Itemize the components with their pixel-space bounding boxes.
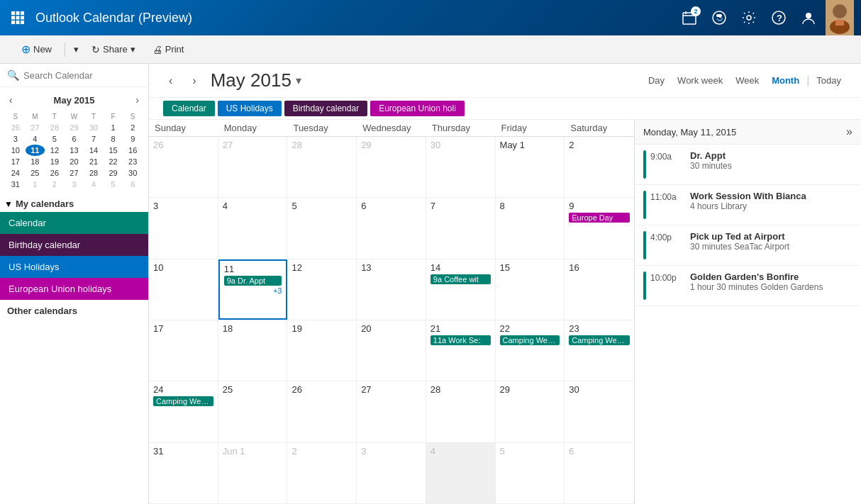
- mini-cal-day[interactable]: 27: [26, 122, 45, 133]
- mini-cal-day[interactable]: 19: [45, 156, 65, 167]
- mini-cal-day[interactable]: 6: [65, 133, 84, 145]
- mini-cal-day[interactable]: 30: [84, 122, 104, 133]
- mini-cal-day[interactable]: 9: [123, 133, 143, 145]
- mini-cal-day[interactable]: 23: [123, 156, 143, 167]
- cal-cell[interactable]: 13: [357, 259, 426, 320]
- cal-dropdown-icon[interactable]: ▾: [296, 74, 301, 87]
- settings-icon[interactable]: [736, 5, 762, 30]
- cal-next-button[interactable]: ›: [187, 72, 201, 90]
- mini-cal-next[interactable]: ›: [132, 93, 143, 107]
- cal-cell[interactable]: 25: [218, 381, 288, 442]
- new-dropdown-button[interactable]: ▾: [71, 41, 82, 57]
- mini-cal-day[interactable]: 13: [65, 145, 84, 156]
- cal-cell[interactable]: 2111a Work Se:: [426, 320, 496, 381]
- mini-cal-day[interactable]: 24: [6, 167, 26, 179]
- legend-item[interactable]: Calendar: [163, 101, 215, 116]
- mini-cal-day[interactable]: 14: [84, 145, 104, 156]
- cal-cell[interactable]: 20: [357, 320, 426, 381]
- mini-cal-day[interactable]: 29: [65, 122, 84, 133]
- app-grid-icon[interactable]: [7, 7, 28, 28]
- mini-cal-day[interactable]: 16: [123, 145, 143, 156]
- mini-cal-day[interactable]: 30: [123, 167, 143, 179]
- cal-cell[interactable]: 26: [287, 381, 357, 442]
- legend-item[interactable]: US Holidays: [218, 101, 282, 116]
- cal-event[interactable]: Camping Weekend: [569, 335, 630, 345]
- mini-cal-day[interactable]: 22: [104, 156, 123, 167]
- mini-cal-day[interactable]: 1: [26, 179, 45, 190]
- cal-cell[interactable]: May 1: [496, 137, 565, 197]
- cal-cell[interactable]: 5: [496, 443, 565, 503]
- cal-cell[interactable]: 19: [287, 320, 357, 381]
- mini-cal-day[interactable]: 26: [6, 122, 26, 133]
- cal-cell[interactable]: 4: [426, 443, 496, 503]
- mini-cal-day[interactable]: 5: [45, 133, 65, 145]
- cal-prev-button[interactable]: ‹: [163, 72, 178, 90]
- cal-event[interactable]: 9a Dr. Appt: [224, 276, 282, 286]
- cal-cell[interactable]: 10: [149, 259, 218, 320]
- cal-cell[interactable]: 8: [496, 198, 565, 258]
- cal-cell[interactable]: Jun 1: [218, 443, 288, 503]
- mini-cal-day[interactable]: 28: [84, 167, 104, 179]
- sidebar-calendar-item[interactable]: Calendar: [0, 212, 148, 234]
- event-more[interactable]: +3: [224, 286, 282, 295]
- cal-event[interactable]: 11a Work Se:: [430, 335, 491, 345]
- calendar-nav-icon[interactable]: 2: [677, 5, 702, 30]
- view-month-button[interactable]: Month: [766, 72, 805, 89]
- today-button[interactable]: Today: [811, 72, 847, 89]
- cal-cell[interactable]: 28: [426, 381, 496, 442]
- mini-cal-day[interactable]: 28: [45, 122, 65, 133]
- panel-event[interactable]: 11:00a Work Session With Bianca 4 hours …: [635, 185, 861, 225]
- cal-cell[interactable]: 23Camping Weekend: [565, 320, 634, 381]
- view-workweek-button[interactable]: Work week: [672, 72, 728, 89]
- cal-event[interactable]: Europe Day: [569, 213, 630, 223]
- panel-event[interactable]: 9:00a Dr. Appt 30 minutes: [635, 145, 861, 185]
- mini-cal-day[interactable]: 3: [65, 179, 84, 190]
- cal-cell[interactable]: 30: [565, 381, 634, 442]
- cal-cell[interactable]: 29: [496, 381, 565, 442]
- cal-cell[interactable]: 28: [287, 137, 357, 197]
- mini-cal-day[interactable]: 12: [45, 145, 65, 156]
- new-button[interactable]: ⊕ New: [14, 40, 59, 59]
- mini-cal-day[interactable]: 4: [84, 179, 104, 190]
- search-input[interactable]: [23, 70, 141, 81]
- cal-cell[interactable]: 16: [565, 259, 634, 320]
- mini-cal-day[interactable]: 31: [6, 179, 26, 190]
- cal-cell[interactable]: 22Camping Weekend: [496, 320, 565, 381]
- cal-cell[interactable]: 2: [565, 137, 634, 197]
- help-icon[interactable]: ?: [766, 5, 791, 30]
- skype-icon[interactable]: [706, 5, 732, 30]
- cal-event[interactable]: 9a Coffee wit: [430, 274, 491, 284]
- cal-cell[interactable]: 3: [357, 443, 426, 503]
- mini-cal-day[interactable]: 20: [65, 156, 84, 167]
- legend-item[interactable]: European Union holi: [370, 101, 465, 116]
- mini-cal-day[interactable]: 11: [26, 145, 45, 156]
- mini-cal-day[interactable]: 3: [6, 133, 26, 145]
- panel-event[interactable]: 4:00p Pick up Ted at Airport 30 minutes …: [635, 225, 861, 266]
- cal-cell[interactable]: 4: [218, 198, 288, 258]
- mini-cal-day[interactable]: 25: [26, 167, 45, 179]
- mini-cal-day[interactable]: 2: [123, 122, 143, 133]
- mini-cal-day[interactable]: 4: [26, 133, 45, 145]
- mini-cal-day[interactable]: 5: [104, 179, 123, 190]
- cal-event[interactable]: Camping Weekend: [500, 335, 560, 345]
- cal-cell[interactable]: 15: [496, 259, 565, 320]
- user-icon[interactable]: [796, 5, 821, 30]
- cal-cell[interactable]: 30: [426, 137, 496, 197]
- mini-cal-day[interactable]: 2: [45, 179, 65, 190]
- cal-cell[interactable]: 31: [149, 443, 218, 503]
- cal-event[interactable]: Camping Weekend: [153, 396, 213, 406]
- cal-cell[interactable]: 26: [149, 137, 218, 197]
- cal-cell[interactable]: 12: [287, 259, 357, 320]
- mini-cal-day[interactable]: 29: [104, 167, 123, 179]
- mini-cal-day[interactable]: 21: [84, 156, 104, 167]
- view-week-button[interactable]: Week: [730, 72, 765, 89]
- cal-cell[interactable]: 3: [149, 198, 218, 258]
- mini-cal-day[interactable]: 27: [65, 167, 84, 179]
- cal-cell[interactable]: 29: [357, 137, 426, 197]
- collapse-section[interactable]: ▼ My calendars: [0, 196, 148, 212]
- mini-cal-day[interactable]: 6: [123, 179, 143, 190]
- cal-cell[interactable]: 7: [426, 198, 496, 258]
- cal-cell[interactable]: 5: [287, 198, 357, 258]
- sidebar-calendar-item[interactable]: US Holidays: [0, 256, 148, 278]
- cal-cell[interactable]: 2: [287, 443, 357, 503]
